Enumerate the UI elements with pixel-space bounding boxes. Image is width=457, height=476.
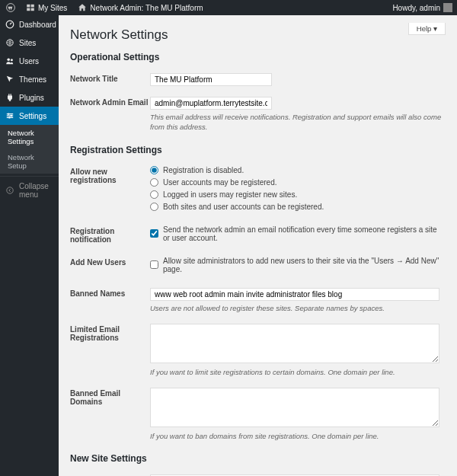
allow-reg-label: Allow new registrations xyxy=(70,166,150,215)
help-tab[interactable]: Help ▾ xyxy=(408,23,446,35)
themes-icon xyxy=(5,75,14,84)
avatar xyxy=(443,3,452,12)
network-title-input[interactable] xyxy=(150,73,272,86)
section-newsite: New Site Settings xyxy=(70,453,446,464)
sites-menu-icon xyxy=(5,38,14,47)
limited-email-desc: If you want to limit site registrations … xyxy=(150,367,446,377)
menu-label: Dashboard xyxy=(19,21,56,29)
banned-names-label: Banned Names xyxy=(70,288,150,313)
account-link[interactable]: Howdy, admin xyxy=(392,3,457,12)
reg-disabled-radio[interactable] xyxy=(150,166,158,174)
reg-opt: Both sites and user accounts can be regi… xyxy=(163,203,324,211)
network-admin-link[interactable]: Network Admin: The MU Platform xyxy=(75,3,206,12)
reg-opt: User accounts may be registered. xyxy=(163,178,277,187)
svg-point-14 xyxy=(8,117,10,118)
my-sites-label: My Sites xyxy=(38,4,67,12)
banned-names-desc: Users are not allowed to register these … xyxy=(150,303,446,313)
add-users-label: Add New Users xyxy=(70,257,150,277)
reg-users-radio[interactable] xyxy=(150,178,158,187)
settings-icon xyxy=(5,111,14,120)
add-users-opt: Allow site administrators to add new use… xyxy=(163,257,446,273)
add-users-checkbox[interactable] xyxy=(150,260,158,269)
admin-toolbar: My Sites Network Admin: The MU Platform … xyxy=(0,0,457,15)
wp-logo[interactable] xyxy=(3,3,18,12)
svg-point-15 xyxy=(7,187,13,193)
submenu-network-settings[interactable]: Network Settings xyxy=(0,125,59,149)
reg-opt: Registration is disabled. xyxy=(163,166,244,174)
reg-notify-checkbox[interactable] xyxy=(150,229,158,238)
network-title-label: Network Title xyxy=(70,73,150,86)
admin-email-label: Network Admin Email xyxy=(70,97,150,133)
settings-submenu: Network Settings Network Setup xyxy=(0,125,59,174)
menu-plugins[interactable]: Plugins xyxy=(0,88,59,107)
my-sites-link[interactable]: My Sites xyxy=(23,3,70,12)
menu-users[interactable]: Users xyxy=(0,52,59,70)
submenu-network-setup[interactable]: Network Setup xyxy=(0,149,59,174)
menu-settings[interactable]: Settings xyxy=(0,107,59,125)
menu-label: Users xyxy=(19,57,39,65)
reg-opt: Logged in users may register new sites. xyxy=(163,190,297,199)
sites-icon xyxy=(26,3,35,12)
menu-sites[interactable]: Sites xyxy=(0,34,59,52)
home-icon xyxy=(78,3,87,12)
menu-label: Themes xyxy=(19,75,46,84)
limited-email-textarea[interactable] xyxy=(150,324,439,363)
section-operational: Operational Settings xyxy=(70,52,446,62)
network-admin-label: Network Admin: The MU Platform xyxy=(90,4,203,12)
reg-notify-label: Registration notification xyxy=(70,225,150,246)
banned-domains-label: Banned Email Domains xyxy=(70,388,150,441)
menu-label: Sites xyxy=(19,39,36,47)
collapse-label: Collapse menu xyxy=(19,182,53,199)
banned-domains-desc: If you want to ban domains from site reg… xyxy=(150,431,446,441)
svg-rect-1 xyxy=(27,5,30,8)
section-registration: Registration Settings xyxy=(70,145,446,155)
menu-label: Settings xyxy=(19,112,46,120)
page-title: Network Settings xyxy=(70,27,446,43)
svg-rect-3 xyxy=(27,8,30,11)
menu-label: Plugins xyxy=(19,94,44,102)
reg-logged-radio[interactable] xyxy=(150,190,158,199)
svg-point-13 xyxy=(11,115,12,117)
collapse-menu[interactable]: Collapse menu xyxy=(0,176,59,204)
menu-dashboard[interactable]: Dashboard xyxy=(0,15,59,34)
reg-both-radio[interactable] xyxy=(150,203,158,211)
svg-point-7 xyxy=(7,58,10,61)
svg-rect-4 xyxy=(31,8,34,11)
svg-point-8 xyxy=(11,59,13,61)
menu-themes[interactable]: Themes xyxy=(0,70,59,88)
limited-email-label: Limited Email Registrations xyxy=(70,324,150,377)
svg-rect-2 xyxy=(31,5,34,8)
reg-notify-opt: Send the network admin an email notifica… xyxy=(163,225,446,242)
collapse-icon xyxy=(5,186,14,195)
svg-point-12 xyxy=(8,113,9,114)
admin-email-desc: This email address will receive notifica… xyxy=(150,112,446,133)
admin-email-input[interactable] xyxy=(150,97,272,110)
users-icon xyxy=(5,56,14,65)
main-content: Help ▾ Network Settings Operational Sett… xyxy=(59,15,457,476)
admin-sidebar: Dashboard Sites Users Themes Plugins Set… xyxy=(0,15,59,476)
wordpress-icon xyxy=(6,3,15,12)
plugins-icon xyxy=(5,93,14,102)
banned-names-input[interactable] xyxy=(150,288,439,301)
howdy-text: Howdy, admin xyxy=(392,4,440,12)
banned-domains-textarea[interactable] xyxy=(150,388,439,427)
dashboard-icon xyxy=(5,20,14,29)
